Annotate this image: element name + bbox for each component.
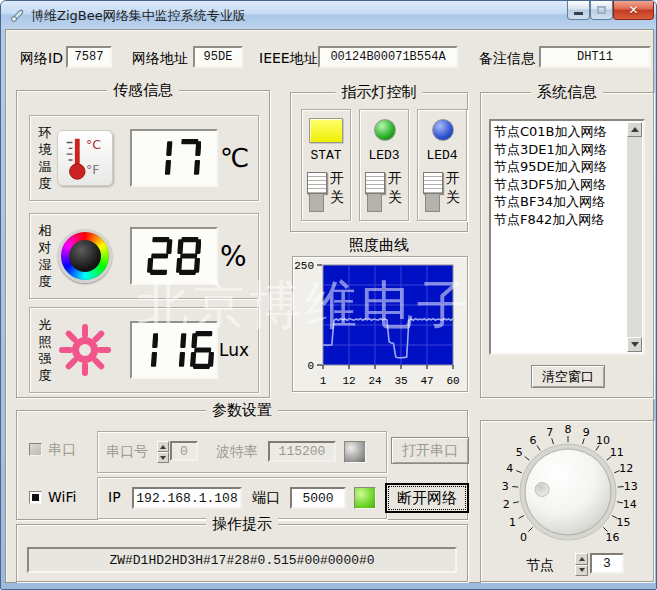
light-display bbox=[130, 321, 218, 379]
serial-port-spinner[interactable] bbox=[157, 441, 169, 463]
maximize-icon bbox=[597, 6, 606, 14]
led3-column: LED3 开关 bbox=[359, 109, 409, 221]
serial-status-led bbox=[344, 441, 366, 463]
ieee-address-value: 00124B00071B554A bbox=[318, 46, 458, 68]
network-id-label: 网络ID bbox=[20, 50, 63, 68]
led4-indicator bbox=[432, 119, 454, 141]
network-address-value: 95DE bbox=[193, 46, 243, 68]
list-item: 节点F842加入网络 bbox=[494, 211, 625, 229]
svg-text:13: 13 bbox=[624, 480, 638, 493]
system-info-title: 系统信息 bbox=[531, 83, 603, 102]
stat-toggle-switch[interactable] bbox=[307, 172, 327, 214]
svg-text:16: 16 bbox=[606, 531, 620, 544]
svg-text:3: 3 bbox=[502, 480, 509, 493]
clear-window-button[interactable]: 清空窗口 bbox=[531, 365, 605, 388]
close-icon: ✕ bbox=[628, 3, 638, 17]
led4-column: LED4 开关 bbox=[417, 109, 467, 221]
disconnect-network-button[interactable]: 断开网络 bbox=[385, 483, 469, 513]
app-window: 博维ZigBee网络集中监控系统专业版 ✕ 网络ID 7587 网络地址 95D… bbox=[0, 0, 657, 590]
list-item: 节点BF34加入网络 bbox=[494, 193, 625, 211]
svg-text:0: 0 bbox=[307, 360, 314, 372]
stat-label: STAT bbox=[302, 148, 350, 163]
led3-indicator bbox=[374, 119, 396, 141]
led4-label: LED4 bbox=[418, 148, 466, 163]
sensor-group: 传感信息 环境温度 °C °F ℃ bbox=[16, 90, 270, 398]
humidity-dial-icon bbox=[57, 228, 113, 284]
led4-toggle-switch[interactable] bbox=[423, 172, 443, 214]
led4-onoff-label: 开关 bbox=[446, 170, 460, 205]
node-knob[interactable]: 012345678910111213141516 bbox=[481, 425, 655, 551]
svg-text:0: 0 bbox=[520, 531, 527, 544]
svg-text:1: 1 bbox=[509, 516, 516, 529]
maximize-button[interactable] bbox=[590, 1, 613, 20]
wifi-checkbox[interactable] bbox=[29, 491, 42, 504]
scrollbar-up-button[interactable] bbox=[627, 122, 642, 137]
humidity-unit: % bbox=[220, 240, 247, 273]
minimize-icon bbox=[574, 12, 583, 15]
stat-onoff-label: 开关 bbox=[330, 170, 344, 205]
remark-label: 备注信息 bbox=[479, 50, 535, 68]
system-message-list[interactable]: 节点C01B加入网络 节点3DE1加入网络 节点95DE加入网络 节点3DF5加… bbox=[489, 119, 645, 355]
wifi-checkbox-label: WiFi bbox=[48, 489, 76, 505]
params-title: 参数设置 bbox=[206, 401, 278, 420]
serial-port-input[interactable] bbox=[170, 441, 198, 461]
sensor-group-title: 传感信息 bbox=[107, 81, 179, 100]
illuminance-chart: 112243547600250 bbox=[292, 256, 468, 392]
close-button[interactable]: ✕ bbox=[613, 1, 654, 20]
light-row: 光照强度 bbox=[29, 307, 259, 393]
port-input[interactable] bbox=[290, 487, 346, 509]
title-bar: 博维ZigBee网络集中监控系统专业版 ✕ bbox=[1, 1, 657, 29]
client-area: 网络ID 7587 网络地址 95DE IEEE地址 00124B00071B5… bbox=[5, 29, 654, 583]
svg-text:5: 5 bbox=[516, 446, 523, 459]
serial-frame: 串口号 波特率 bbox=[97, 431, 387, 473]
node-input[interactable] bbox=[590, 553, 624, 574]
scrollbar-down-button[interactable] bbox=[627, 337, 642, 352]
svg-text:250: 250 bbox=[294, 260, 314, 272]
hint-title: 操作提示 bbox=[206, 515, 278, 534]
scrollbar-up-icon bbox=[631, 127, 639, 132]
node-label: 节点 bbox=[526, 557, 554, 575]
window-title: 博维ZigBee网络集中监控系统专业版 bbox=[31, 7, 246, 25]
svg-text:12: 12 bbox=[619, 462, 633, 475]
svg-text:12: 12 bbox=[342, 375, 355, 387]
humidity-label: 相对湿度 bbox=[37, 222, 53, 290]
led3-toggle-switch[interactable] bbox=[365, 172, 385, 214]
svg-text:14: 14 bbox=[623, 498, 637, 511]
open-serial-button[interactable]: 打开串口 bbox=[391, 437, 469, 464]
network-address-label: 网络地址 bbox=[132, 50, 188, 68]
list-item: 节点3DE1加入网络 bbox=[494, 141, 625, 159]
spinner-up-icon bbox=[157, 441, 169, 452]
led3-onoff-label: 开关 bbox=[388, 170, 402, 205]
svg-text:6: 6 bbox=[529, 434, 536, 447]
svg-text:8: 8 bbox=[565, 425, 572, 436]
ieee-address-label: IEEE地址 bbox=[259, 50, 318, 68]
ip-label: IP bbox=[108, 489, 121, 505]
list-item: 节点C01B加入网络 bbox=[494, 123, 625, 141]
list-item: 节点3DF5加入网络 bbox=[494, 176, 625, 194]
remark-value: DHT11 bbox=[539, 46, 651, 68]
node-spinner[interactable] bbox=[575, 553, 588, 576]
minimize-button[interactable] bbox=[567, 1, 590, 20]
thermometer-icon: °C °F bbox=[57, 130, 113, 186]
svg-text:°F: °F bbox=[86, 162, 99, 177]
svg-text:7: 7 bbox=[546, 426, 553, 439]
spinner-down-icon bbox=[157, 452, 169, 463]
led-control-group: 指示灯控制 STAT 开关 LED3 开关 bbox=[290, 92, 468, 232]
svg-text:2: 2 bbox=[503, 498, 510, 511]
serial-port-label: 串口号 bbox=[106, 443, 148, 461]
ip-input[interactable] bbox=[132, 487, 242, 509]
system-info-group: 系统信息 节点C01B加入网络 节点3DE1加入网络 节点95DE加入网络 节点… bbox=[480, 92, 654, 398]
svg-text:10: 10 bbox=[596, 434, 610, 447]
svg-text:15: 15 bbox=[617, 516, 631, 529]
hint-message: ZW#D1HD2HD3H#17#28#0.515#00#0000#0 bbox=[27, 547, 457, 573]
temperature-display bbox=[130, 129, 218, 187]
serial-checkbox[interactable] bbox=[29, 443, 42, 456]
baud-rate-input[interactable] bbox=[268, 441, 336, 462]
wifi-frame: IP 端口 bbox=[97, 477, 387, 519]
chart-plot: 112243547600250 bbox=[293, 257, 469, 393]
serial-checkbox-label: 串口 bbox=[48, 441, 76, 459]
spinner-down-icon bbox=[575, 565, 588, 577]
baud-rate-label: 波特率 bbox=[216, 443, 258, 461]
temperature-row: 环境温度 °C °F ℃ bbox=[29, 115, 259, 201]
sun-icon bbox=[57, 322, 113, 378]
